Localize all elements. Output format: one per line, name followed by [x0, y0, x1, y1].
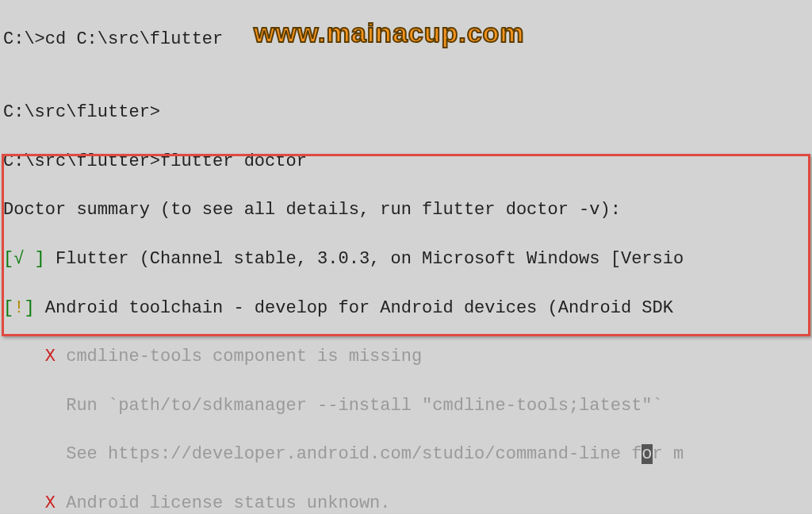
- status-bracket-open: [: [3, 298, 13, 318]
- url-text-a: See https://developer.android.com/studio…: [3, 444, 642, 464]
- error-text: cmdline-tools component is missing: [56, 347, 422, 366]
- x-icon: X: [45, 347, 56, 366]
- check-flutter: [√ ] Flutter (Channel stable, 3.0.3, on …: [3, 247, 812, 272]
- x-icon: X: [45, 493, 56, 513]
- indent: [3, 493, 45, 513]
- status-bracket-close: ]: [24, 298, 34, 318]
- status-bracket-close: ]: [35, 249, 45, 269]
- status-space: [24, 249, 34, 269]
- error-license: X Android license status unknown.: [3, 492, 812, 514]
- prompt-line: C:\src\flutter>: [3, 101, 812, 125]
- command-text: flutter doctor: [160, 152, 307, 171]
- url-text-b: r m: [653, 444, 684, 464]
- check-icon: √: [13, 249, 24, 269]
- watermark-text: www.mainacup.com: [254, 14, 525, 52]
- warning-icon: !: [13, 298, 24, 318]
- status-bracket-open: [: [3, 249, 13, 269]
- check-flutter-text: Flutter (Channel stable, 3.0.3, on Micro…: [45, 249, 684, 269]
- check-android-text: Android toolchain - develop for Android …: [35, 298, 684, 318]
- cursor-block: o: [642, 444, 652, 464]
- error-text: Android license status unknown.: [56, 493, 390, 513]
- prompt-text: C:\src\flutter>: [3, 152, 160, 171]
- check-android-toolchain: [!] Android toolchain - develop for Andr…: [3, 297, 812, 321]
- terminal-output: C:\>cd C:\src\flutter C:\src\flutter> C:…: [0, 0, 812, 514]
- cmd-line-doctor: C:\src\flutter>flutter doctor: [3, 150, 812, 175]
- hint-url-android: See https://developer.android.com/studio…: [3, 443, 812, 467]
- doctor-summary: Doctor summary (to see all details, run …: [3, 198, 812, 223]
- error-cmdline-tools: X cmdline-tools component is missing: [3, 345, 812, 370]
- indent: [3, 347, 45, 366]
- hint-sdkmanager: Run `path/to/sdkmanager --install "cmdli…: [3, 394, 812, 419]
